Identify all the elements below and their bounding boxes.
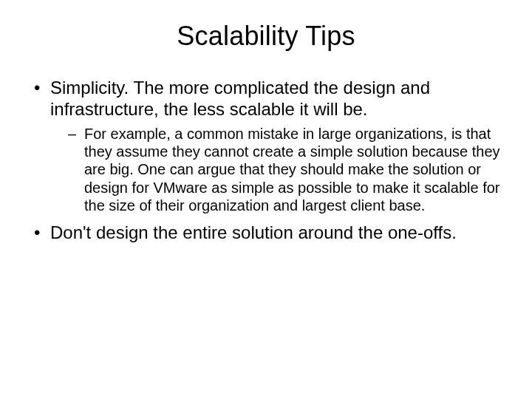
bullet-list: Simplicity. The more complicated the des… [30, 77, 502, 244]
slide: Scalability Tips Simplicity. The more co… [0, 0, 532, 399]
sub-bullet-list: For example, a common mistake in large o… [50, 125, 502, 215]
bullet-item: Simplicity. The more complicated the des… [30, 77, 502, 214]
bullet-item: Don't design the entire solution around … [30, 222, 502, 243]
bullet-text: Simplicity. The more complicated the des… [50, 78, 430, 119]
slide-title: Scalability Tips [30, 21, 502, 52]
bullet-text: Don't design the entire solution around … [50, 222, 457, 242]
sub-bullet-item: For example, a common mistake in large o… [50, 125, 502, 215]
sub-bullet-text: For example, a common mistake in large o… [84, 126, 500, 214]
